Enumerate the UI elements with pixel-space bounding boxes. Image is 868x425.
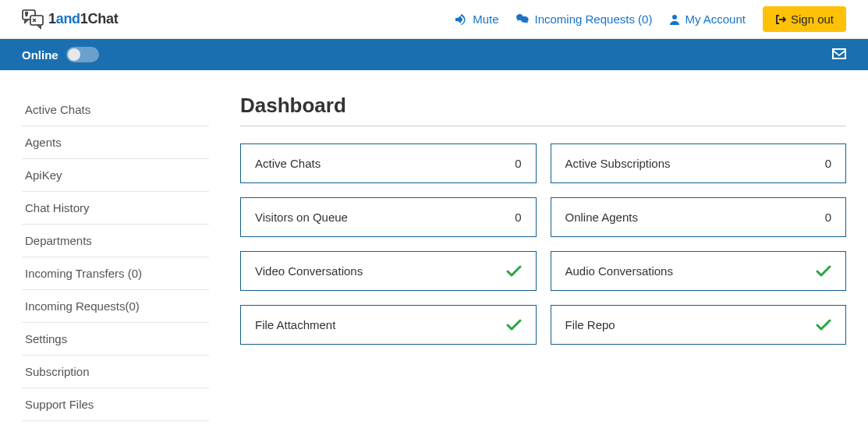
card-value: 0 [825,211,831,224]
check-icon [506,319,522,331]
status-left: Online [22,47,99,62]
main-layout: Active Chats Agents ApiKey Chat History … [0,70,868,425]
sidebar-item-agents[interactable]: Agents [22,126,209,159]
svg-point-3 [672,15,677,19]
sidebar-item-apikey[interactable]: ApiKey [22,159,209,192]
sidebar-item-subscription[interactable]: Subscription [22,356,209,388]
logo[interactable]: 1and1Chat [22,9,118,30]
card-value: 0 [825,157,831,170]
chat-icon [516,14,530,25]
sidebar-item-departments[interactable]: Departments [22,225,209,257]
card-audio-conversations: Audio Conversations [551,251,847,291]
topbar: 1and1Chat Mute Incoming Requests (0) My … [0,0,868,39]
sidebar-item-incoming-transfers[interactable]: Incoming Transfers (0) [22,257,209,290]
mute-label: Mute [473,12,498,26]
card-active-subscriptions: Active Subscriptions 0 [551,143,847,183]
card-label: Active Chats [255,157,321,170]
sidebar: Active Chats Agents ApiKey Chat History … [22,94,209,425]
card-label: Online Agents [565,211,638,224]
card-grid: Active Chats 0 Active Subscriptions 0 Vi… [240,143,846,345]
card-visitors-queue: Visitors on Queue 0 [240,197,537,237]
top-nav: Mute Incoming Requests (0) My Account Si… [455,6,846,32]
volume-icon [455,14,468,25]
status-bar: Online [0,39,868,70]
account-link[interactable]: My Account [669,12,746,26]
signout-label: Sign out [791,12,834,26]
page-title: Dashboard [240,94,846,126]
sidebar-item-support-files[interactable]: Support Files [22,388,209,421]
logo-text: 1and1Chat [48,11,118,27]
incoming-label: Incoming Requests (0) [535,12,653,26]
card-label: Visitors on Queue [255,211,348,224]
content: Dashboard Active Chats 0 Active Subscrip… [240,94,846,425]
envelope-icon[interactable] [832,48,846,62]
online-toggle[interactable] [66,47,99,62]
signout-button[interactable]: Sign out [763,6,846,32]
card-label: Audio Conversations [565,264,673,278]
card-file-repo: File Repo [551,305,847,345]
card-label: File Repo [565,318,615,331]
toggle-knob [68,48,80,61]
check-icon [816,319,831,331]
svg-point-1 [26,12,28,14]
svg-rect-2 [30,16,43,25]
signout-icon [775,14,786,25]
sidebar-item-tickets[interactable]: Tickets (18) [22,421,209,425]
card-label: File Attachment [255,318,335,331]
sidebar-item-active-chats[interactable]: Active Chats [22,94,209,126]
incoming-link[interactable]: Incoming Requests (0) [516,12,653,26]
card-value: 0 [515,211,521,224]
status-label: Online [22,48,58,62]
card-active-chats: Active Chats 0 [240,143,537,183]
card-video-conversations: Video Conversations [240,251,537,291]
account-label: My Account [685,12,746,26]
user-icon [669,14,680,25]
mute-link[interactable]: Mute [455,12,498,26]
card-value: 0 [515,157,521,170]
card-label: Active Subscriptions [565,157,671,170]
check-icon [506,265,522,278]
sidebar-item-chat-history[interactable]: Chat History [22,192,209,225]
card-label: Video Conversations [255,264,363,278]
card-file-attachment: File Attachment [240,305,537,345]
sidebar-item-incoming-requests[interactable]: Incoming Requests(0) [22,290,209,323]
card-online-agents: Online Agents 0 [551,197,847,237]
sidebar-item-settings[interactable]: Settings [22,323,209,356]
check-icon [816,265,831,278]
chat-logo-icon [22,9,44,30]
